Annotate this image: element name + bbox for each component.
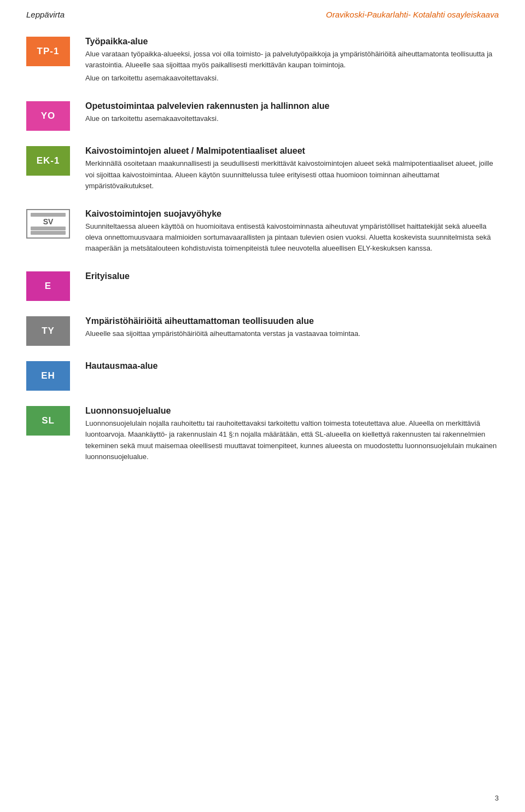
section-body-sv: Suunniteltaessa alueen käyttöä on huomio… xyxy=(85,221,499,254)
section-body-para: Alue varataan työpaikka-alueeksi, jossa … xyxy=(85,49,499,71)
section-content-tp1: Työpaikka-alue Alue varataan työpaikka-a… xyxy=(85,37,499,86)
section-title-yo: Opetustoimintaa palvelevien rakennusten … xyxy=(85,101,499,111)
page-number: 3 xyxy=(495,794,499,802)
section-sl: SL Luonnonsuojelualue Luonnonsuojelulain… xyxy=(26,406,499,465)
section-title-ek1: Kaivostoimintojen alueet / Malmipotentia… xyxy=(85,146,499,156)
badge-label-eh: EH xyxy=(41,370,55,381)
section-body-ek1: Merkinnällä osoitetaan maakunnallisesti … xyxy=(85,158,499,191)
section-title-sl: Luonnonsuojelualue xyxy=(85,406,499,416)
section-body-para: Luonnonsuojelulain nojalla rauhoitettu t… xyxy=(85,418,499,462)
section-ty: TY Ympäristöhäiriöitä aiheuttamattoman t… xyxy=(26,316,499,346)
section-body-yo: Alue on tarkoitettu asemakaavoitettavaks… xyxy=(85,113,499,124)
section-content-ty: Ympäristöhäiriöitä aiheuttamattoman teol… xyxy=(85,316,499,341)
section-content-yo: Opetustoimintaa palvelevien rakennusten … xyxy=(85,101,499,126)
badge-label-e: E xyxy=(45,281,51,292)
sv-stripe-3 xyxy=(31,231,66,235)
badge-sv: SV xyxy=(26,209,70,239)
badge-eh: EH xyxy=(26,361,70,391)
section-body-sl: Luonnonsuojelulain nojalla rauhoitettu t… xyxy=(85,418,499,462)
section-content-e: Erityisalue xyxy=(85,271,499,283)
section-content-ek1: Kaivostoimintojen alueet / Malmipotentia… xyxy=(85,146,499,193)
sv-stripe-2 xyxy=(31,227,66,230)
section-content-eh: Hautausmaa-alue xyxy=(85,361,499,373)
header-right: Oravikoski-Paukarlahti- Kotalahti osayle… xyxy=(326,10,499,19)
badge-yo: YO xyxy=(26,101,70,131)
section-title-tp1: Työpaikka-alue xyxy=(85,37,499,47)
badge-e: E xyxy=(26,271,70,301)
section-content-sv: Kaivostoimintojen suojavyöhyke Suunnitel… xyxy=(85,209,499,256)
sv-stripe-1 xyxy=(31,213,66,217)
badge-label-ek1: EK-1 xyxy=(37,155,60,166)
section-sv: SV Kaivostoimintojen suojavyöhyke Suunni… xyxy=(26,209,499,256)
badge-ty: TY xyxy=(26,316,70,346)
page: Leppävirta Oravikoski-Paukarlahti- Kotal… xyxy=(0,0,525,812)
badge-label-sl: SL xyxy=(42,415,55,426)
section-ek1: EK-1 Kaivostoimintojen alueet / Malmipot… xyxy=(26,146,499,193)
badge-label-sv: SV xyxy=(31,217,66,226)
sections-container: TP-1 Työpaikka-alue Alue varataan työpai… xyxy=(26,37,499,465)
section-content-sl: Luonnonsuojelualue Luonnonsuojelulain no… xyxy=(85,406,499,465)
badge-tp1: TP-1 xyxy=(26,37,70,66)
header-left: Leppävirta xyxy=(26,10,65,19)
badge-ek1: EK-1 xyxy=(26,146,70,176)
badge-sl: SL xyxy=(26,406,70,436)
section-eh: EH Hautausmaa-alue xyxy=(26,361,499,391)
badge-label-ty: TY xyxy=(42,326,55,337)
section-body-para: Suunniteltaessa alueen käyttöä on huomio… xyxy=(85,221,499,254)
section-title-sv: Kaivostoimintojen suojavyöhyke xyxy=(85,209,499,219)
section-body-para: Alue on tarkoitettu asemakaavoitettavaks… xyxy=(85,113,499,124)
section-body-para: Alue on tarkoitettu asemakaavoitettavaks… xyxy=(85,73,499,84)
badge-label-tp1: TP-1 xyxy=(37,46,60,57)
section-body-para: Merkinnällä osoitetaan maakunnallisesti … xyxy=(85,158,499,191)
section-e: E Erityisalue xyxy=(26,271,499,301)
section-title-e: Erityisalue xyxy=(85,271,499,281)
section-tp1: TP-1 Työpaikka-alue Alue varataan työpai… xyxy=(26,37,499,86)
section-title-eh: Hautausmaa-alue xyxy=(85,361,499,371)
section-yo: YO Opetustoimintaa palvelevien rakennust… xyxy=(26,101,499,131)
section-body-ty: Alueelle saa sijoittaa ympäristöhäiriöit… xyxy=(85,328,499,339)
badge-label-yo: YO xyxy=(41,111,56,121)
header: Leppävirta Oravikoski-Paukarlahti- Kotal… xyxy=(26,10,499,19)
section-title-ty: Ympäristöhäiriöitä aiheuttamattoman teol… xyxy=(85,316,499,326)
section-body-tp1: Alue varataan työpaikka-alueeksi, jossa … xyxy=(85,49,499,84)
section-body-para: Alueelle saa sijoittaa ympäristöhäiriöit… xyxy=(85,328,499,339)
